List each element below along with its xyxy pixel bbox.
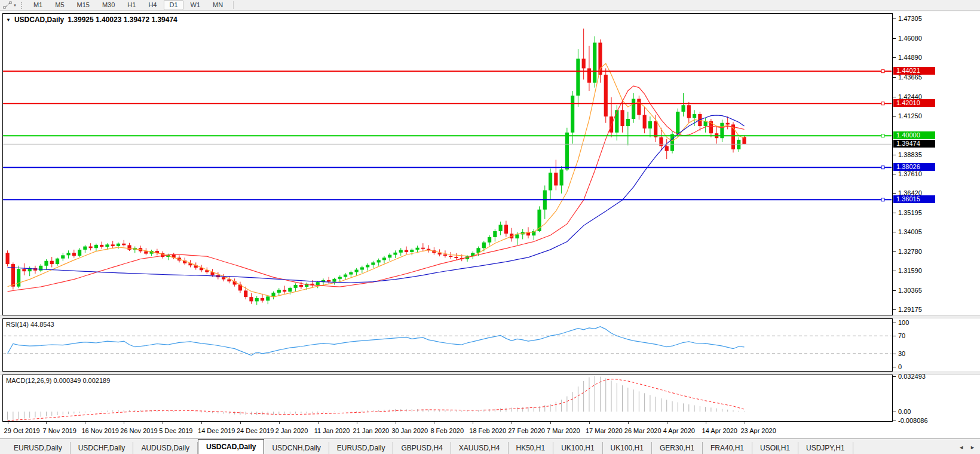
date-tick	[396, 422, 396, 424]
axis-tick-dash	[893, 323, 896, 323]
tab-fra40-h1[interactable]: FRA40,H1	[703, 442, 752, 454]
tab-uk100-h1[interactable]: UK100,H1	[553, 442, 602, 454]
tab-audusd-daily[interactable]: AUDUSD,Daily	[133, 442, 198, 454]
axis-tick-dash	[893, 193, 896, 194]
axis-tick-dash	[893, 155, 896, 155]
trendline-icon	[3, 1, 13, 10]
toolbar-grip[interactable]	[21, 2, 24, 9]
tab-uk100-h1[interactable]: UK100,H1	[603, 442, 652, 454]
date-tick	[628, 422, 629, 424]
axis-tick-dash	[893, 367, 896, 367]
date-label: 4 Apr 2020	[663, 427, 695, 434]
axis-tick-dash	[893, 38, 896, 39]
rsi-indicator-label: RSI(14) 44.8543	[6, 321, 54, 328]
axis-tick-dash	[893, 232, 896, 232]
axis-tick-label: 1.35195	[898, 209, 922, 216]
timeframe-h4[interactable]: H4	[143, 0, 162, 10]
axis-tick-label: 70	[898, 332, 905, 339]
axis-tick-label: 1.46080	[898, 35, 922, 42]
price-axis[interactable]: 1.473051.460801.448901.436651.424401.412…	[892, 11, 980, 438]
tab-hk50-h1[interactable]: HK50,H1	[509, 442, 554, 454]
date-axis[interactable]: 29 Oct 20197 Nov 201916 Nov 201926 Nov 2…	[0, 422, 892, 438]
symbol-tabbar: EURUSD,DailyUSDCHF,DailyAUDUSD,DailyUSDC…	[0, 438, 980, 454]
axis-tick-dash	[893, 97, 896, 97]
date-label: 17 Mar 2020	[586, 427, 623, 434]
date-label: 5 Dec 2019	[159, 427, 192, 434]
price-badge: 1.38026	[893, 163, 935, 171]
date-label: 30 Jan 2020	[392, 427, 428, 434]
axis-tick-label: 1.30365	[898, 287, 922, 294]
date-label: 24 Dec 2019	[237, 427, 274, 434]
axis-tick-label: 1.31590	[898, 267, 922, 274]
tab-usdcad-daily[interactable]: USDCAD,Daily	[198, 439, 264, 454]
panel-splitter[interactable]	[0, 315, 980, 318]
axis-tick-dash	[893, 336, 896, 336]
date-label: 2 Jan 2020	[275, 427, 308, 434]
tab-xauusd-h4[interactable]: XAUUSD,H4	[451, 442, 509, 454]
axis-tick-dash	[893, 251, 896, 252]
tab-scroll-left-icon[interactable]: ◄	[958, 444, 964, 450]
timeframe-m15[interactable]: M15	[72, 0, 95, 10]
chart-menu-icon[interactable]: ▼	[6, 17, 11, 23]
toolbar-separator	[233, 1, 234, 9]
date-tick	[706, 422, 706, 424]
dropdown-caret-icon: ▼	[13, 4, 17, 7]
axis-tick-dash	[893, 116, 896, 116]
tab-usoil-h1[interactable]: USOil,H1	[752, 442, 798, 454]
timeframe-m5[interactable]: M5	[50, 0, 69, 10]
tab-scroll-right-icon[interactable]: ►	[970, 444, 975, 450]
axis-tick-label: 1.34005	[898, 228, 922, 235]
chart-ohlc-values: 1.39925 1.40023 1.39472 1.39474	[68, 16, 177, 24]
axis-tick-dash	[893, 421, 896, 421]
tab-eurusd-daily[interactable]: EURUSD,Daily	[6, 442, 71, 454]
date-tick	[279, 422, 280, 424]
tab-gbpusd-h4[interactable]: GBPUSD,H4	[393, 442, 451, 454]
axis-tick-label: 1.41250	[898, 112, 922, 119]
price-badge: 1.36015	[893, 195, 935, 203]
axis-tick-dash	[893, 290, 896, 291]
timeframe-h1[interactable]: H1	[122, 0, 141, 10]
panel-splitter[interactable]	[0, 372, 980, 375]
date-label: 29 Oct 2019	[4, 427, 40, 434]
date-label: 7 Mar 2020	[547, 427, 580, 434]
axis-tick-label: 1.37610	[898, 170, 922, 177]
tab-usdcnh-daily[interactable]: USDCNH,Daily	[264, 442, 329, 454]
date-label: 16 Nov 2019	[81, 427, 118, 434]
date-tick	[434, 422, 434, 424]
date-label: 14 Dec 2019	[198, 427, 235, 434]
date-tick	[667, 422, 667, 424]
rsi-line	[8, 327, 745, 355]
tab-ger30-h1[interactable]: GER30,H1	[652, 442, 703, 454]
axis-tick-label: 100	[898, 319, 909, 326]
line-studies-button[interactable]: ▼	[2, 1, 18, 10]
tab-usdjpy-h1[interactable]: USDJPY,H1	[798, 442, 853, 454]
price-chart-canvas[interactable]	[3, 14, 892, 315]
price-badge: 1.40000	[893, 131, 935, 139]
date-tick	[124, 422, 124, 424]
timeframe-m30[interactable]: M30	[97, 0, 120, 10]
tab-eurusd-daily[interactable]: EURUSD,Daily	[329, 442, 394, 454]
ma-slow	[8, 115, 745, 283]
date-label: 23 Apr 2020	[741, 427, 776, 434]
date-tick	[550, 422, 551, 424]
macd-indicator-label: MACD(12,26,9) 0.000349 0.002189	[6, 377, 110, 384]
timeframe-buttons: M1M5M15M30H1H4D1W1MN	[28, 0, 228, 10]
price-badge: 1.42010	[893, 99, 935, 107]
price-badge: 1.44021	[893, 67, 935, 75]
rsi-canvas[interactable]	[3, 319, 892, 371]
date-label: 26 Mar 2020	[624, 427, 662, 434]
axis-tick-dash	[893, 19, 896, 19]
date-tick	[85, 422, 85, 424]
chart-title: ▼ USDCAD,Daily 1.39925 1.40023 1.39472 1…	[6, 16, 177, 24]
timeframe-mn[interactable]: MN	[207, 0, 228, 10]
axis-tick-dash	[893, 412, 896, 412]
tab-usdchf-daily[interactable]: USDCHF,Daily	[71, 442, 134, 454]
timeframe-m1[interactable]: M1	[28, 0, 48, 10]
timeframe-w1[interactable]: W1	[185, 0, 206, 10]
chart-symbol-title: USDCAD,Daily	[14, 16, 64, 24]
chart-window: ▼ USDCAD,Daily 1.39925 1.40023 1.39472 1…	[0, 11, 980, 438]
macd-canvas[interactable]	[3, 375, 892, 421]
date-tick	[512, 422, 512, 424]
date-tick	[589, 422, 590, 424]
timeframe-d1[interactable]: D1	[164, 0, 183, 10]
